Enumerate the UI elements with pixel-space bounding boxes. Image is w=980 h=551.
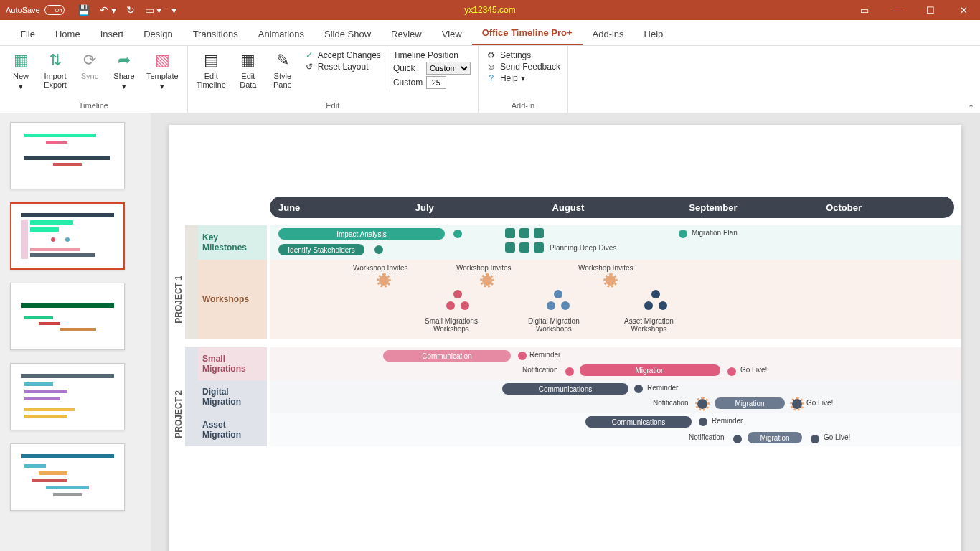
slide-thumbnails[interactable] (0, 113, 151, 551)
bar-comms-asset[interactable]: Communications (585, 416, 692, 428)
import-export-button[interactable]: ⇅Import Export (40, 49, 70, 90)
tab-addins[interactable]: Add-ins (583, 23, 634, 45)
quick-access-toolbar: 💾 ↶ ▾ ↻ ▭ ▾ ▾ (70, 4, 177, 16)
tab-insert[interactable]: Insert (90, 23, 134, 45)
bar-mig-sm[interactable]: Migration (580, 364, 720, 376)
edit-data-button[interactable]: ▦Edit Data (233, 49, 263, 90)
present-icon[interactable]: ▭ ▾ (145, 4, 162, 16)
svg-rect-21 (24, 415, 67, 418)
dot-notif-sm[interactable] (565, 367, 574, 376)
slide-thumb-2[interactable] (10, 202, 125, 270)
workshops-label: Workshops (202, 294, 249, 304)
sq-5[interactable] (519, 242, 529, 253)
help-icon: ? (486, 73, 497, 83)
dot-reminder-sm[interactable] (518, 352, 527, 360)
month-september: September (680, 202, 817, 213)
sq-4[interactable] (505, 242, 515, 253)
ribbon: ▦New▾ ⇅Import Export ⟳Sync ➦Share▾ ▧Temp… (0, 46, 980, 113)
settings-button[interactable]: ⚙Settings (486, 50, 560, 60)
new-button[interactable]: ▦New▾ (6, 49, 36, 93)
slide-thumb-1[interactable] (10, 122, 125, 189)
template-icon: ▧ (155, 50, 170, 70)
tab-review[interactable]: Review (381, 23, 432, 45)
tab-slideshow[interactable]: Slide Show (314, 23, 381, 45)
template-button[interactable]: ▧Template▾ (143, 49, 182, 93)
reset-layout-button[interactable]: ↺Reset Layout (303, 62, 381, 72)
ribbon-tabs: File Home Insert Design Transitions Anim… (0, 20, 980, 46)
svg-rect-5 (21, 220, 28, 259)
share-button[interactable]: ➦Share▾ (109, 49, 139, 93)
tri-small[interactable] (440, 290, 476, 319)
undo-icon[interactable]: ↶ ▾ (100, 4, 116, 16)
accept-changes-button[interactable]: ✓Accept Changes (303, 50, 381, 60)
custom-input[interactable] (426, 76, 446, 89)
dot-golive-asset[interactable] (811, 435, 819, 443)
gear-1[interactable] (379, 276, 389, 286)
svg-rect-4 (21, 213, 114, 217)
close-icon[interactable]: ✕ (947, 0, 980, 20)
minimize-icon[interactable]: — (881, 0, 914, 20)
dot-golive-sm[interactable] (727, 367, 736, 376)
sq-6[interactable] (534, 242, 544, 253)
slide-thumb-3[interactable] (10, 283, 125, 350)
slide[interactable]: June July August September October PROJE… (169, 125, 961, 551)
sync-button[interactable]: ⟳Sync (75, 49, 105, 82)
svg-rect-15 (60, 328, 96, 331)
dot-impact-end[interactable] (453, 230, 462, 238)
bar-impact[interactable]: Impact Analysis (278, 228, 445, 240)
dot-identify-end[interactable] (374, 245, 383, 254)
style-icon: ✎ (276, 50, 289, 70)
bar-comms-dig[interactable]: Communications (502, 383, 628, 395)
redo-icon[interactable]: ↻ (126, 4, 135, 16)
new-icon: ▦ (14, 50, 29, 70)
svg-rect-11 (30, 253, 95, 257)
slide-canvas[interactable]: June July August September October PROJE… (151, 113, 980, 551)
tri-asset[interactable] (639, 290, 674, 319)
maximize-icon[interactable]: ☐ (914, 0, 947, 20)
slide-thumb-4[interactable] (10, 363, 125, 430)
digital-mw-label: Digital Migration Workshops (528, 317, 580, 333)
edit-timeline-button[interactable]: ▤Edit Timeline (194, 49, 229, 90)
edit-data-icon: ▦ (240, 50, 255, 70)
collapse-ribbon-button[interactable]: ⌃ (962, 46, 980, 113)
sq-3[interactable] (534, 228, 544, 238)
qat-more-icon[interactable]: ▾ (171, 4, 176, 16)
dot-rem-asset[interactable] (699, 418, 707, 426)
tab-view[interactable]: View (432, 23, 472, 45)
gear-3[interactable] (606, 276, 616, 286)
svg-rect-19 (24, 397, 60, 400)
help-button[interactable]: ?Help▾ (486, 73, 560, 83)
dot-rem-dig[interactable] (634, 385, 643, 393)
dot-notif-asset[interactable] (733, 435, 742, 443)
quick-select[interactable]: Custom (426, 62, 471, 75)
golive-sm-label: Go Live! (740, 366, 767, 374)
autosave-state[interactable]: Off (44, 5, 65, 15)
tri-digital[interactable] (541, 290, 577, 319)
tab-home[interactable]: Home (45, 23, 90, 45)
bar-mig-dig[interactable]: Migration (715, 397, 785, 409)
gear-notif-dig[interactable] (697, 399, 707, 409)
tab-animations[interactable]: Animations (248, 23, 314, 45)
tab-help[interactable]: Help (634, 23, 674, 45)
bar-mig-asset[interactable]: Migration (748, 432, 802, 443)
bar-comm[interactable]: Communication (383, 350, 511, 362)
save-icon[interactable]: 💾 (77, 4, 90, 16)
gear-2[interactable] (482, 276, 492, 286)
tab-transitions[interactable]: Transitions (183, 23, 248, 45)
send-feedback-button[interactable]: ☺Send Feedback (486, 62, 560, 72)
bar-identify[interactable]: Identify Stakeholders (278, 244, 364, 255)
ribbon-display-icon[interactable]: ▭ (848, 0, 881, 20)
mig-sm-label: Migration (635, 367, 664, 375)
impact-label: Impact Analysis (336, 230, 386, 238)
style-pane-button[interactable]: ✎Style Pane (268, 49, 298, 90)
gear-golive-dig[interactable] (792, 399, 802, 409)
autosave-toggle[interactable]: AutoSave Off (0, 5, 70, 15)
slide-thumb-5[interactable] (10, 443, 125, 511)
notif-sm-label: Notification (522, 366, 557, 374)
tab-file[interactable]: File (10, 23, 45, 45)
tab-design[interactable]: Design (133, 23, 182, 45)
dot-migplan[interactable] (679, 230, 687, 238)
sq-1[interactable] (505, 228, 515, 238)
sq-2[interactable] (519, 228, 529, 238)
tab-office-timeline[interactable]: Office Timeline Pro+ (472, 22, 583, 45)
